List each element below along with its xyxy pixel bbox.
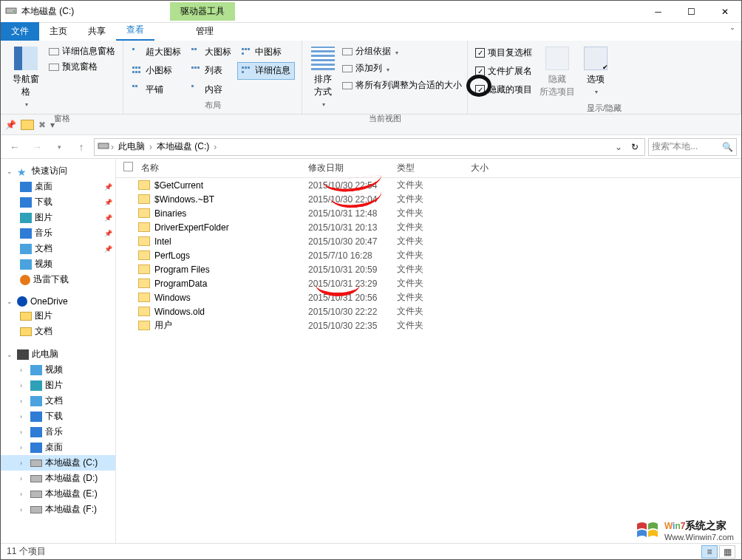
showhide-group-label: 显示/隐藏	[472, 101, 736, 115]
tree-pc-desktop[interactable]: ›桌面	[1, 440, 115, 455]
navigation-tree[interactable]: ⌄★快速访问 桌面📌 下载📌 图片📌 音乐📌 文档📌 视频 迅雷下载 ⌄OneD…	[1, 159, 116, 543]
file-name: Intel	[154, 236, 308, 247]
file-row[interactable]: 用户 2015/10/30 22:35 文件夹	[116, 318, 741, 332]
file-row[interactable]: Windows 2015/10/31 20:56 文件夹	[116, 290, 741, 304]
tree-music[interactable]: 音乐📌	[1, 225, 115, 241]
details-view-button[interactable]: ≡	[701, 545, 718, 559]
tree-downloads[interactable]: 下载📌	[1, 194, 115, 210]
select-all-checkbox[interactable]	[123, 162, 133, 171]
tab-file[interactable]: 文件	[1, 22, 39, 41]
forward-button[interactable]: →	[27, 137, 47, 157]
file-row[interactable]: $Windows.~BT 2015/10/30 22:04 文件夹	[116, 192, 741, 206]
tree-pc-downloads[interactable]: ›下载	[1, 409, 115, 424]
item-count: 11 个项目	[7, 545, 46, 558]
watermark-url: Www.Winwin7.com	[664, 533, 734, 542]
layout-tiles[interactable]: 平铺	[128, 81, 186, 98]
column-date[interactable]: 修改日期	[308, 162, 397, 174]
search-input[interactable]: 搜索"本地... 🔍	[648, 138, 737, 156]
chevron-right-icon[interactable]: ›	[149, 142, 152, 152]
chevron-right-icon[interactable]: ›	[214, 142, 217, 152]
tree-onedrive-pictures[interactable]: 图片	[1, 308, 115, 324]
layout-small[interactable]: 小图标	[128, 62, 186, 79]
tab-share[interactable]: 共享	[78, 22, 116, 41]
thumbnails-view-button[interactable]: ▦	[719, 545, 735, 559]
file-row[interactable]: Windows.old 2015/10/30 22:22 文件夹	[116, 304, 741, 318]
layout-list[interactable]: 列表	[187, 62, 236, 79]
layout-xlarge[interactable]: 超大图标	[128, 44, 186, 61]
search-icon: 🔍	[722, 142, 733, 152]
preview-pane-button[interactable]: 预览窗格	[49, 61, 115, 73]
tree-this-pc[interactable]: ⌄此电脑	[1, 346, 115, 362]
navigation-pane-button[interactable]: 导航窗格	[5, 44, 46, 112]
column-name[interactable]: 名称	[138, 162, 308, 174]
column-size[interactable]: 大小	[471, 162, 530, 174]
details-pane-button[interactable]: 详细信息窗格	[49, 45, 115, 58]
tree-videos[interactable]: 视频	[1, 256, 115, 272]
file-row[interactable]: $GetCurrent 2015/10/30 22:54 文件夹	[116, 178, 741, 192]
layout-content[interactable]: 内容	[187, 81, 236, 98]
layout-large[interactable]: 大图标	[187, 44, 236, 61]
group-by-button[interactable]: 分组依据	[342, 45, 462, 58]
folder-icon	[138, 264, 150, 274]
tree-onedrive-documents[interactable]: 文档	[1, 324, 115, 339]
tree-pc-pictures[interactable]: ›图片	[1, 378, 115, 393]
tree-pictures[interactable]: 图片📌	[1, 210, 115, 225]
tab-home[interactable]: 主页	[39, 22, 78, 41]
options-button[interactable]: ✔ 选项	[579, 44, 612, 101]
file-row[interactable]: ProgramData 2015/10/31 23:29 文件夹	[116, 276, 741, 290]
recent-locations-button[interactable]: ▾	[50, 137, 69, 157]
layout-medium[interactable]: 中图标	[237, 44, 295, 61]
sort-by-button[interactable]: 排序方式	[307, 44, 339, 112]
file-row[interactable]: PerfLogs 2015/7/10 16:28 文件夹	[116, 248, 741, 262]
ribbon: 导航窗格 详细信息窗格 预览窗格 窗格 超大图标 大图标 中图标 小图标 列表 …	[1, 41, 741, 115]
contextual-tab-label: 驱动器工具	[170, 2, 235, 21]
tree-onedrive[interactable]: ⌄OneDrive	[1, 295, 115, 308]
checkbox-icon	[475, 48, 485, 58]
file-name: Binaries	[154, 208, 308, 219]
file-name: DriverExpertFolder	[154, 222, 308, 233]
close-button[interactable]: ✕	[708, 1, 741, 23]
breadcrumb-thispc[interactable]: 此电脑	[115, 140, 148, 153]
folder-icon[interactable]	[21, 120, 34, 130]
file-list[interactable]: 名称 修改日期 类型 大小 $GetCurrent 2015/10/30 22:…	[116, 159, 741, 543]
item-checkboxes-toggle[interactable]: 项目复选框	[475, 47, 532, 59]
minimize-button[interactable]: ─	[641, 1, 675, 23]
tree-disk-c[interactable]: ›本地磁盘 (C:)	[1, 455, 115, 471]
file-row[interactable]: Program Files 2015/10/31 20:59 文件夹	[116, 262, 741, 276]
chevron-right-icon[interactable]: ›	[111, 142, 114, 152]
address-bar[interactable]: › 此电脑 › 本地磁盘 (C:) › ⌄ ↻	[94, 138, 645, 156]
back-button[interactable]: ←	[5, 137, 24, 157]
file-name: Windows	[154, 293, 308, 303]
pin-icon: 📌	[104, 245, 112, 253]
tree-xunlei[interactable]: 迅雷下载	[1, 272, 115, 287]
column-type[interactable]: 类型	[397, 162, 471, 174]
file-date: 2015/7/10 16:28	[308, 250, 397, 261]
tree-desktop[interactable]: 桌面📌	[1, 179, 115, 194]
file-row[interactable]: DriverExpertFolder 2015/10/31 20:13 文件夹	[116, 220, 741, 234]
tree-quick-access[interactable]: ⌄★快速访问	[1, 163, 115, 179]
add-columns-button[interactable]: 添加列	[342, 62, 462, 75]
size-columns-button[interactable]: 将所有列调整为合适的大小	[342, 79, 462, 92]
collapse-ribbon-button[interactable]: ˇ	[724, 24, 741, 41]
tree-disk-f[interactable]: ›本地磁盘 (F:)	[1, 502, 115, 517]
address-dropdown-button[interactable]: ⌄	[610, 142, 627, 152]
hide-selected-button[interactable]: 隐藏 所选项目	[535, 44, 579, 101]
tree-disk-d[interactable]: ›本地磁盘 (D:)	[1, 471, 115, 486]
tab-view[interactable]: 查看	[116, 21, 154, 41]
tree-pc-videos[interactable]: ›视频	[1, 362, 115, 378]
up-button[interactable]: ↑	[72, 137, 91, 157]
chevron-down-icon[interactable]: ▾	[50, 120, 55, 130]
tree-disk-e[interactable]: ›本地磁盘 (E:)	[1, 486, 115, 502]
file-row[interactable]: Binaries 2015/10/31 12:48 文件夹	[116, 206, 741, 220]
tree-pc-music[interactable]: ›音乐	[1, 424, 115, 440]
refresh-button[interactable]: ↻	[628, 142, 641, 152]
tree-documents[interactable]: 文档📌	[1, 241, 115, 256]
layout-details[interactable]: 详细信息	[237, 62, 295, 79]
maximize-button[interactable]: ☐	[675, 1, 708, 23]
file-row[interactable]: Intel 2015/10/30 20:47 文件夹	[116, 234, 741, 248]
tab-manage[interactable]: 管理	[186, 22, 224, 41]
folder-icon	[138, 321, 150, 330]
tree-pc-documents[interactable]: ›文档	[1, 393, 115, 409]
file-date: 2015/10/30 22:35	[308, 321, 397, 331]
breadcrumb-drive[interactable]: 本地磁盘 (C:)	[154, 140, 212, 153]
